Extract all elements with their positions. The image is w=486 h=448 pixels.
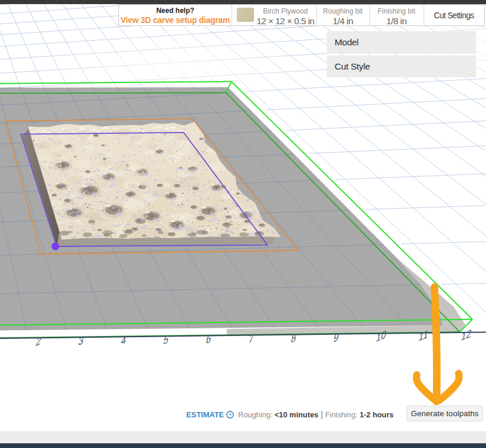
svg-text:3: 3 — [77, 334, 84, 348]
svg-text:2: 2 — [35, 334, 42, 349]
svg-text:4: 4 — [120, 333, 127, 348]
svg-text:6: 6 — [205, 332, 212, 347]
svg-text:5: 5 — [163, 332, 170, 347]
